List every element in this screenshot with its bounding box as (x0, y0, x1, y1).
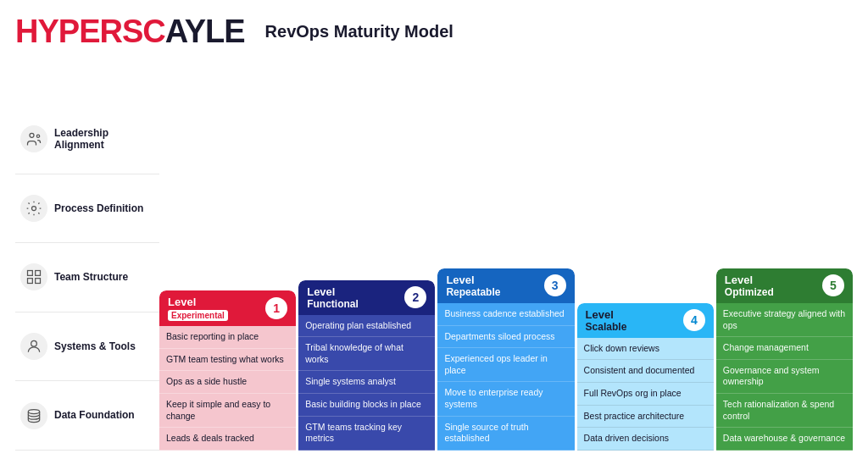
label-row-leadership: Leadership Alignment (15, 105, 159, 174)
level2-cell-0: Operating plan established (298, 315, 435, 338)
level5-header-inner: Level Optimized (725, 274, 774, 298)
leadership-icon (20, 125, 47, 152)
level3-cell-2: Experienced ops leader in place (437, 348, 574, 382)
level5-cell-3: Tech rationalization & spend control (716, 394, 853, 428)
level4-num: 4 (683, 309, 705, 331)
level5-label: Level (725, 274, 774, 286)
level5-cell-0: Executive strategy aligned with ops (716, 303, 853, 337)
level3-cell-4: Single source of truth established (437, 417, 574, 451)
level3-name: Repeatable (446, 286, 500, 298)
level1-header-inner: Level Experimental (168, 296, 228, 321)
level2-cell-2: Single systems analyst (298, 371, 435, 394)
level4-cell-0: Click down reviews (577, 338, 714, 361)
level2-header-inner: Level Functional (307, 285, 359, 310)
level3-cell-1: Departments siloed process (437, 326, 574, 349)
level5-num: 5 (822, 274, 844, 296)
level4-cell-1: Consistent and documented (577, 360, 714, 383)
data-icon (20, 402, 47, 429)
logo-c: C (142, 14, 164, 49)
level4-cell-3: Best practice architecture (577, 406, 714, 429)
label-row-systems: Systems & Tools (15, 312, 159, 382)
level1-header: Level Experimental 1 (159, 290, 296, 326)
level5-cell-2: Governance and system ownership (716, 360, 853, 394)
logo-hyper: HYPERS (15, 14, 142, 49)
level4-cell-4: Data driven decisions (577, 428, 714, 451)
level4-name: Scalable (586, 321, 627, 333)
svg-rect-6 (36, 279, 41, 284)
svg-point-8 (28, 409, 39, 413)
svg-point-0 (30, 134, 34, 138)
level1-cell-1: GTM team testing what works (159, 349, 296, 372)
level1-wrapper: Level Experimental 1 Basic reporting in … (159, 290, 296, 451)
label-systems: Systems & Tools (54, 340, 136, 352)
level2-label: Level (307, 285, 359, 298)
level4-body: Click down reviews Consistent and docume… (577, 338, 714, 451)
svg-point-2 (32, 206, 36, 210)
level4-header: Level Scalable 4 (577, 303, 714, 338)
level4-wrapper: Level Scalable 4 Click down reviews Cons… (577, 303, 714, 451)
svg-rect-5 (28, 279, 33, 284)
level3-header-inner: Level Repeatable (446, 274, 500, 298)
level3-wrapper: Level Repeatable 3 Business cadence esta… (437, 268, 574, 451)
systems-icon (20, 333, 47, 360)
level3-num: 3 (544, 274, 566, 296)
level3-header: Level Repeatable 3 (437, 268, 574, 303)
label-process: Process Definition (54, 202, 143, 214)
level1-cell-0: Basic reporting in place (159, 326, 296, 349)
level3-label: Level (446, 274, 500, 286)
level2-num: 2 (404, 286, 426, 308)
level2-name: Functional (307, 298, 359, 310)
label-row-process: Process Definition (15, 174, 159, 244)
svg-point-7 (31, 340, 37, 346)
level4-cell-2: Full RevOps org in place (577, 383, 714, 406)
level1-cell-4: Leads & deals tracked (159, 428, 296, 451)
svg-point-1 (36, 135, 39, 137)
level1-body: Basic reporting in place GTM team testin… (159, 326, 296, 451)
level5-wrapper: Level Optimized 5 Executive strategy ali… (716, 268, 853, 451)
header: HYPERSCAYLE RevOps Maturity Model (15, 15, 853, 47)
label-row-team: Team Structure (15, 243, 159, 312)
level5-header: Level Optimized 5 (716, 268, 853, 303)
level2-cell-1: Tribal knowledge of what works (298, 337, 435, 371)
level3-body: Business cadence established Departments… (437, 303, 574, 451)
logo: HYPERSCAYLE (15, 15, 245, 47)
label-spacer (15, 54, 159, 105)
level1-name: Experimental (168, 310, 228, 321)
labels-column: Leadership Alignment Process Definition (15, 54, 159, 451)
label-row-data: Data Foundation (15, 381, 159, 451)
level5-name: Optimized (725, 286, 774, 298)
level5-cell-1: Change management (716, 337, 853, 360)
team-icon (20, 263, 47, 290)
label-data: Data Foundation (54, 409, 135, 421)
level5-cell-4: Data warehouse & governance (716, 428, 853, 451)
level2-body: Operating plan established Tribal knowle… (298, 315, 435, 451)
level2-cell-4: GTM teams tracking key metrics (298, 417, 435, 451)
level2-cell-3: Basic building blocks in place (298, 394, 435, 417)
level2-header: Level Functional 2 (298, 280, 435, 315)
level3-cell-0: Business cadence established (437, 303, 574, 326)
process-icon (20, 195, 47, 222)
svg-rect-3 (28, 271, 33, 276)
logo-ayle: AYLE (165, 14, 245, 49)
level-col-1: Level Experimental 1 Basic reporting in … (159, 290, 296, 451)
main-content: Leadership Alignment Process Definition (15, 54, 853, 451)
level1-num: 1 (265, 297, 287, 319)
level1-cell-3: Keep it simple and easy to change (159, 394, 296, 428)
level2-wrapper: Level Functional 2 Operating plan establ… (298, 280, 435, 451)
level-col-3: Level Repeatable 3 Business cadence esta… (437, 268, 574, 451)
level-col-5: Level Optimized 5 Executive strategy ali… (716, 268, 853, 451)
level3-cell-3: Move to enterprise ready systems (437, 382, 574, 416)
app-container: HYPERSCAYLE RevOps Maturity Model Leader… (0, 0, 868, 459)
levels-area: Level Experimental 1 Basic reporting in … (159, 54, 853, 451)
level1-cell-2: Ops as a side hustle (159, 371, 296, 394)
subtitle: RevOps Maturity Model (265, 22, 453, 41)
label-team: Team Structure (54, 271, 128, 283)
level-col-4: Level Scalable 4 Click down reviews Cons… (577, 303, 714, 451)
level1-label: Level (168, 296, 228, 308)
level4-header-inner: Level Scalable (586, 308, 627, 333)
svg-rect-4 (36, 271, 41, 276)
level-col-2: Level Functional 2 Operating plan establ… (298, 280, 435, 451)
level5-body: Executive strategy aligned with ops Chan… (716, 303, 853, 451)
label-leadership: Leadership Alignment (54, 127, 154, 152)
level4-label: Level (586, 308, 627, 321)
